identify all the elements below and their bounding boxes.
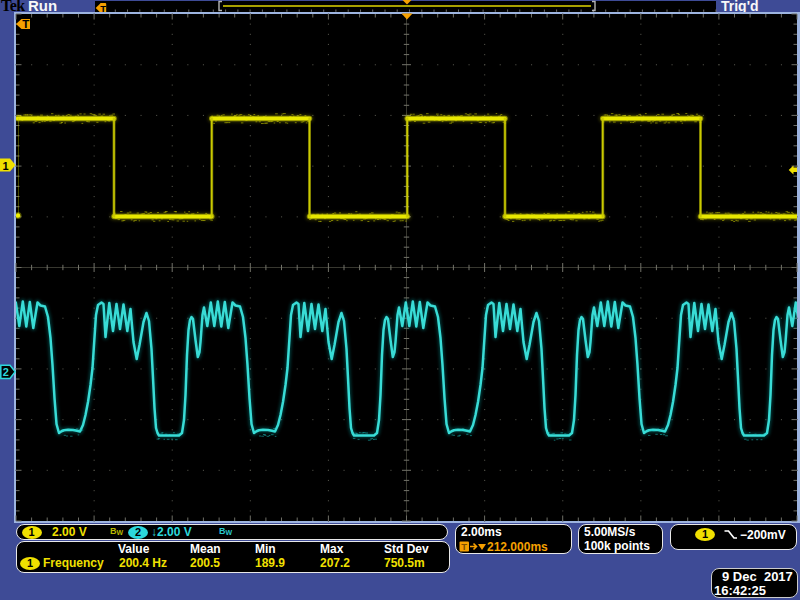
svg-text:2: 2 — [3, 366, 9, 378]
svg-text:1: 1 — [2, 160, 8, 172]
svg-text:T: T — [461, 541, 467, 552]
svg-text:T: T — [22, 18, 29, 30]
